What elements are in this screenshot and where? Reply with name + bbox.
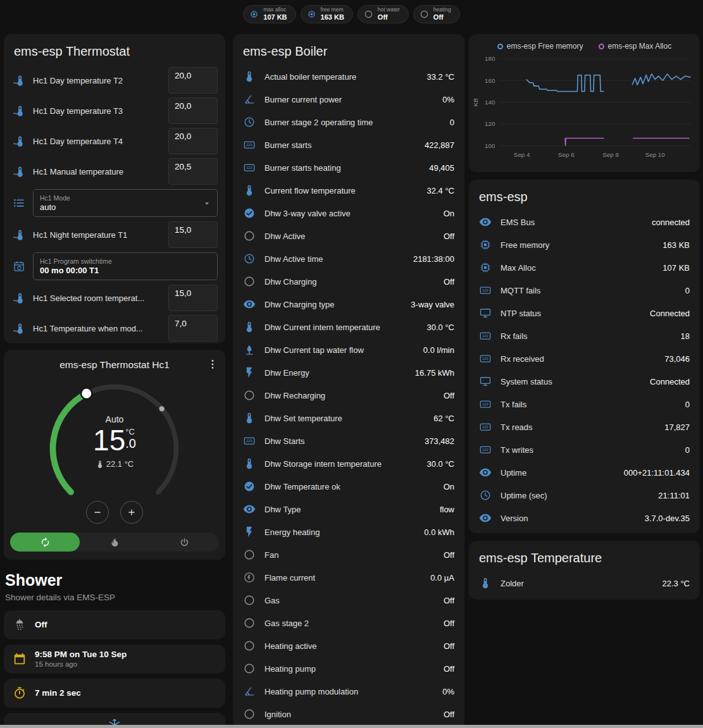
entity-row[interactable]: Zolder 22.3 °C <box>469 572 700 595</box>
entity-row[interactable]: Hc1 Night temperature T1 15,0 <box>4 219 225 250</box>
entity-row[interactable]: Current flow temperature 32.4 °C <box>233 179 464 202</box>
svg-text:KB: KB <box>472 98 479 107</box>
entity-row[interactable]: Dhw Charging Off <box>233 270 464 293</box>
entity-row[interactable]: Hc1 Day temperature T4 20,0 <box>4 126 225 156</box>
entity-field[interactable]: Hc1 Program switchtime 00 mo 00:00 T1 <box>33 252 218 280</box>
entity-row[interactable]: 123 Burner starts 422,887 <box>233 133 464 156</box>
entity-row[interactable]: NTP status Connected <box>469 302 700 324</box>
status-badge[interactable]: max alloc 107 KB <box>243 5 296 23</box>
entity-value: 73,046 <box>664 354 690 364</box>
entity-row[interactable]: 123 Burner starts heating 49,405 <box>233 156 464 179</box>
entity-row[interactable]: Flame current 0.0 µA <box>233 566 464 589</box>
entity-row[interactable]: System status Connected <box>469 370 700 393</box>
entity-row[interactable]: Dhw Type flow <box>233 498 464 521</box>
counter-icon: 123 <box>243 161 256 174</box>
entity-value: 62 °C <box>433 414 454 423</box>
entity-row[interactable]: Ignition Off <box>233 703 464 725</box>
legend-item[interactable]: ems-esp Free memory <box>497 42 583 51</box>
entity-row[interactable]: Dhw Storage intern temperature 30.0 °C <box>233 452 464 475</box>
entity-row[interactable]: Actual boiler temperature 33.2 °C <box>233 65 464 88</box>
eye-icon <box>479 466 492 479</box>
entity-row[interactable]: Heating pump modulation 0% <box>233 680 464 703</box>
hvac-mode-button[interactable] <box>10 533 80 552</box>
entity-row[interactable]: Dhw Active Off <box>233 225 464 247</box>
entity-row[interactable]: Burner stage 2 operating time 0 <box>233 111 464 133</box>
entity-row[interactable]: Energy heating 0.0 kWh <box>233 521 464 543</box>
boiler-entity-list: Actual boiler temperature 33.2 °C Burner… <box>233 65 464 725</box>
status-badge[interactable]: free mem 163 KB <box>301 5 353 23</box>
entity-row[interactable]: Dhw Charging type 3-way valve <box>233 293 464 316</box>
entity-row[interactable]: Gas Off <box>233 589 464 612</box>
thermo-water-icon <box>13 135 25 147</box>
entity-row[interactable]: Free memory 163 KB <box>469 233 700 256</box>
number-input[interactable]: 7,0 <box>168 315 218 342</box>
entity-row[interactable]: Hc1 Manual temperature 20,5 <box>4 156 225 187</box>
number-input[interactable]: 20,0 <box>168 97 218 124</box>
entity-row[interactable]: 123 Tx reads 17,827 <box>469 416 700 438</box>
entity-row[interactable]: 123 Rx fails 18 <box>469 324 700 347</box>
svg-text:120: 120 <box>485 120 495 127</box>
entity-row[interactable]: 123 Rx received 73,046 <box>469 347 700 370</box>
entity-row[interactable]: Uptime (sec) 21:11:01 <box>469 484 700 507</box>
entity-row[interactable]: Dhw Temperature ok On <box>233 475 464 498</box>
entity-row[interactable]: EMS Bus connected <box>469 211 700 233</box>
entity-label: Dhw Starts <box>264 436 416 446</box>
entity-row[interactable]: Fan Off <box>233 543 464 566</box>
temp-decrease-button[interactable] <box>86 501 109 524</box>
entity-label: Dhw Current tap water flow <box>264 345 414 355</box>
number-input[interactable]: 15,0 <box>168 285 218 311</box>
entity-row[interactable]: Hc1 Program switchtime 00 mo 00:00 T1 <box>4 250 225 283</box>
hvac-mode-button[interactable] <box>80 533 149 552</box>
entity-row[interactable]: 123 Dhw Starts 373,482 <box>233 429 464 452</box>
entity-row[interactable]: Uptime 000+21:11:01.434 <box>469 461 700 484</box>
entity-row[interactable]: 123 Tx fails 0 <box>469 393 700 416</box>
badge-bar: max alloc 107 KB free mem 163 KB hot wat… <box>0 5 703 23</box>
svg-text:123: 123 <box>482 402 488 406</box>
shower-card[interactable]: 7 min 2 sec <box>4 679 225 708</box>
entity-value: 0% <box>442 687 454 696</box>
dots-vertical-icon[interactable] <box>206 358 219 371</box>
entity-row[interactable]: Dhw Current tap water flow 0.0 l/min <box>233 338 464 361</box>
svg-text:123: 123 <box>482 288 488 292</box>
shower-subtitle: Shower details via EMS-ESP <box>5 593 224 602</box>
number-input[interactable]: 20,5 <box>168 158 218 185</box>
entity-row[interactable]: Dhw Current intern temperature 30.0 °C <box>233 316 464 338</box>
number-input[interactable]: 15,0 <box>168 221 218 248</box>
entity-row[interactable]: Hc1 Mode auto <box>4 187 225 219</box>
hvac-mode-button[interactable] <box>149 533 219 552</box>
entity-row[interactable]: Hc1 Day temperature T3 20,0 <box>4 96 225 126</box>
number-input[interactable]: 20,0 <box>168 67 218 94</box>
entity-row[interactable]: Dhw Recharging Off <box>233 384 464 407</box>
entity-row[interactable]: 123 Tx writes 0 <box>469 438 700 461</box>
entity-row[interactable]: Dhw Active time 2181:38:00 <box>233 247 464 270</box>
legend-item[interactable]: ems-esp Max Alloc <box>599 42 672 51</box>
status-badge[interactable]: heating Off <box>413 5 460 23</box>
entity-value: 0 <box>685 400 690 409</box>
entity-row[interactable]: Dhw Energy 16.75 kWh <box>233 361 464 384</box>
entity-row[interactable]: Heating pump Off <box>233 657 464 680</box>
entity-row[interactable]: Dhw 3-way valve active On <box>233 202 464 225</box>
number-input[interactable]: 20,0 <box>168 128 218 154</box>
entity-row[interactable]: Version 3.7.0-dev.35 <box>469 507 700 529</box>
entity-row[interactable]: Max Alloc 107 KB <box>469 256 700 279</box>
entity-row[interactable]: Hc1 Day temperature T2 20,0 <box>4 65 225 96</box>
temp-increase-button[interactable] <box>120 501 143 524</box>
fire-icon <box>109 537 120 548</box>
entity-row[interactable]: Gas stage 2 Off <box>233 612 464 634</box>
entity-row[interactable]: Heating active Off <box>233 634 464 657</box>
entity-label: Uptime <box>501 468 615 478</box>
thermo-water-icon <box>13 74 25 87</box>
shower-card[interactable]: Off <box>4 610 225 639</box>
entity-field[interactable]: Hc1 Mode auto <box>33 189 218 217</box>
entity-row[interactable]: Hc1 Selected room temperat... 15,0 <box>4 283 225 313</box>
entity-row[interactable]: Dhw Set temperature 62 °C <box>233 407 464 429</box>
horizontal-scrollbar[interactable] <box>0 725 703 728</box>
status-badge[interactable]: hot water Off <box>358 5 409 23</box>
entity-row[interactable]: Hc1 Temperature when mod... 7,0 <box>4 313 225 343</box>
entity-row[interactable]: 123 MQTT fails 0 <box>469 279 700 302</box>
entity-row[interactable]: Burner current power 0% <box>233 88 464 111</box>
entity-label: Dhw Active time <box>264 254 404 264</box>
shower-card[interactable]: 9:58 PM on Tue 10 Sep 15 hours ago <box>4 645 225 674</box>
entity-label: Heating pump modulation <box>264 687 433 696</box>
entity-value: connected <box>652 218 690 227</box>
